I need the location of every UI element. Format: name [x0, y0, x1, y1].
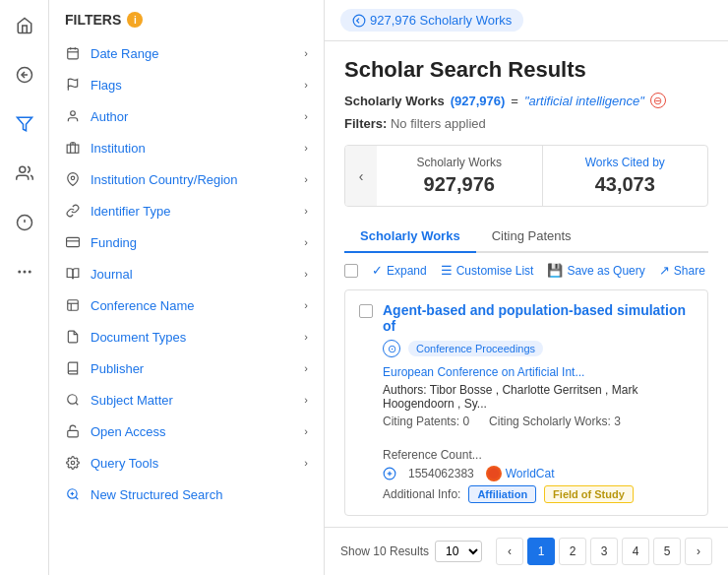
nav-info-icon[interactable] — [9, 207, 40, 238]
result-expand-button[interactable]: ⊙ — [383, 340, 400, 357]
stats-prev-button[interactable]: ‹ — [345, 146, 377, 206]
field-of-study-tag[interactable]: Field of Study — [544, 485, 634, 503]
per-page-dropdown[interactable]: 10 25 50 — [435, 541, 482, 562]
filter-open-access[interactable]: Open Access › — [49, 415, 324, 447]
page-4-button[interactable]: 4 — [622, 538, 649, 565]
filter-funding[interactable]: Funding › — [49, 226, 324, 258]
svg-point-15 — [71, 111, 76, 116]
query-label: Scholarly Works — [344, 94, 445, 108]
conference-icon — [65, 297, 81, 313]
filters-label: Filters: — [344, 116, 387, 131]
page-3-button[interactable]: 3 — [590, 538, 618, 565]
remove-query-button[interactable]: ⊖ — [650, 93, 666, 108]
filter-document-types[interactable]: Document Types › — [49, 321, 324, 352]
share-button[interactable]: ↗ Share — [659, 263, 705, 278]
filters-line: Filters: No filters applied — [344, 116, 708, 131]
calendar-icon — [65, 45, 81, 61]
expand-icon: ✓ — [372, 263, 383, 278]
tab-scholarly-works[interactable]: Scholarly Works — [344, 221, 476, 253]
page-5-button[interactable]: 5 — [653, 538, 681, 565]
select-all-checkbox[interactable] — [344, 264, 358, 278]
prev-page-button[interactable]: ‹ — [496, 538, 523, 565]
svg-point-3 — [19, 166, 25, 172]
worldcat-link[interactable]: WorldCat — [506, 467, 555, 480]
save-as-query-button[interactable]: 💾 Save as Query — [547, 263, 644, 278]
query-line: Scholarly Works (927,976) = "artificial … — [344, 93, 708, 108]
nav-back-icon[interactable] — [9, 59, 40, 91]
filter-identifier-type[interactable]: Identifier Type › — [49, 195, 324, 226]
filter-title: FILTERS — [65, 12, 121, 28]
person-icon — [65, 108, 81, 124]
location-icon — [65, 171, 81, 187]
nav-filter-icon[interactable] — [9, 108, 40, 140]
citing-patents-stat: Citing Patents: 0 — [383, 415, 469, 428]
tab-citing-patents[interactable]: Citing Patents — [476, 221, 587, 253]
nav-users-icon[interactable] — [9, 158, 40, 189]
result-checkbox[interactable] — [359, 304, 373, 318]
result-item: Agent-based and population-based simulat… — [344, 289, 708, 516]
funding-icon — [65, 234, 81, 250]
stat-works-cited: Works Cited by 43,073 — [543, 146, 708, 206]
share-icon: ↗ — [659, 263, 670, 278]
arrow-icon-1: › — [304, 79, 308, 91]
customise-list-button[interactable]: ☰ Customise List — [441, 263, 534, 278]
filters-value: No filters applied — [391, 116, 486, 131]
conference-link[interactable]: European Conference on Artificial Int... — [383, 365, 584, 379]
svg-line-27 — [76, 497, 79, 500]
arrow-icon-8: › — [304, 299, 308, 311]
pagination: Show 10 Results 10 25 50 ‹ 1 2 3 4 5 › — [325, 527, 728, 575]
arrow-icon-9: › — [304, 331, 308, 343]
document-icon — [65, 329, 81, 345]
filter-flags[interactable]: Flags › — [49, 69, 324, 100]
svg-point-18 — [71, 176, 75, 180]
filter-publisher[interactable]: Publisher › — [49, 352, 324, 384]
result-meta-row: ⊙ Conference Proceedings European Confer… — [383, 340, 694, 379]
new-structured-search-link[interactable]: New Structured Search — [49, 479, 324, 510]
nav-home-icon[interactable] — [9, 10, 40, 41]
filter-institution[interactable]: Institution › — [49, 132, 324, 163]
page-2-button[interactable]: 2 — [559, 538, 586, 565]
nav-more-icon[interactable] — [9, 256, 40, 288]
query-equals: = — [511, 94, 518, 108]
svg-rect-24 — [68, 430, 79, 436]
per-page-selector: Show 10 Results 10 25 50 — [340, 541, 482, 562]
result-id: 1554062383 — [408, 467, 474, 480]
worldcat-icon — [486, 466, 502, 481]
filter-date-range[interactable]: Date Range › — [49, 37, 324, 69]
stats-row: ‹ Scholarly Works 927,976 Works Cited by… — [344, 145, 708, 207]
link-icon — [65, 203, 81, 219]
filter-subject-matter[interactable]: Subject Matter › — [49, 384, 324, 415]
institution-icon — [65, 140, 81, 156]
top-bar: 927,976 Scholarly Works — [325, 0, 728, 41]
filter-institution-country[interactable]: Institution Country/Region › — [49, 163, 324, 195]
search-plus-icon — [65, 486, 81, 502]
arrow-icon-7: › — [304, 268, 308, 280]
page-nav: ‹ 1 2 3 4 5 › — [496, 538, 712, 565]
result-authors[interactable]: Authors: Tibor Bosse , Charlotte Gerrits… — [383, 383, 694, 411]
expand-button[interactable]: ✓ Expand — [372, 263, 427, 278]
result-title[interactable]: Agent-based and population-based simulat… — [383, 302, 694, 334]
filter-conference-name[interactable]: Conference Name › — [49, 289, 324, 321]
svg-rect-21 — [68, 300, 79, 311]
citing-works-stat: Citing Scholarly Works: 3 — [489, 415, 621, 428]
svg-point-8 — [24, 271, 26, 273]
filter-query-tools[interactable]: Query Tools › — [49, 447, 324, 479]
arrow-icon-13: › — [304, 457, 308, 469]
arrow-icon-5: › — [304, 205, 308, 217]
result-row: Agent-based and population-based simulat… — [359, 302, 694, 503]
lock-open-icon — [65, 423, 81, 439]
affiliation-tag[interactable]: Affiliation — [468, 485, 536, 503]
filter-info-icon[interactable]: i — [127, 12, 143, 28]
query-value: "artificial intelligence" — [524, 94, 644, 108]
page-1-button[interactable]: 1 — [527, 538, 555, 565]
next-page-button[interactable]: › — [685, 538, 712, 565]
filter-author[interactable]: Author › — [49, 100, 324, 132]
svg-marker-2 — [17, 117, 31, 131]
publisher-icon — [65, 360, 81, 376]
filter-journal[interactable]: Journal › — [49, 258, 324, 289]
arrow-icon-0: › — [304, 47, 308, 59]
arrow-icon-6: › — [304, 236, 308, 248]
svg-point-7 — [19, 271, 21, 273]
results-tab-pill[interactable]: 927,976 Scholarly Works — [340, 9, 523, 32]
gear-icon — [65, 455, 81, 471]
